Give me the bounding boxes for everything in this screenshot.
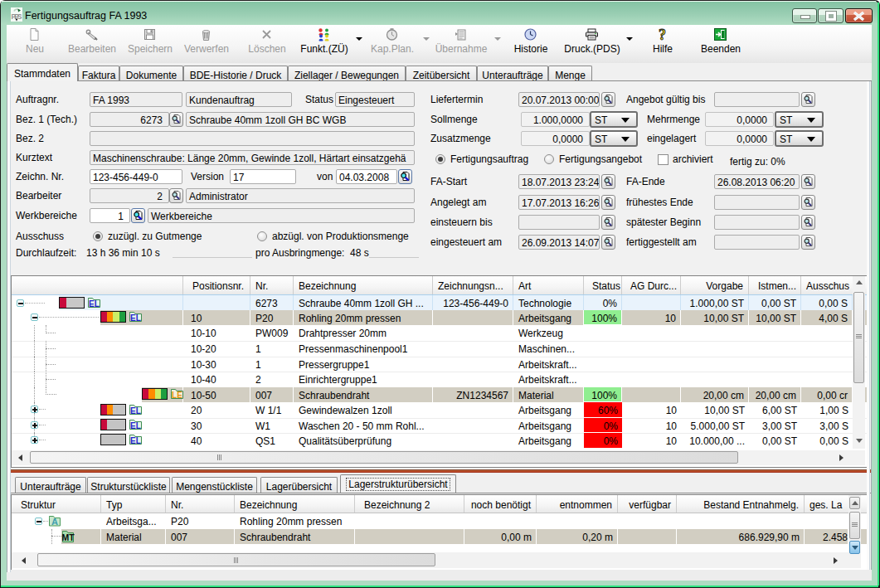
svg-text:EL: EL [130, 421, 141, 430]
svg-text:MT: MT [61, 532, 75, 542]
svg-text:LE: LE [172, 391, 182, 400]
svg-text:EL: EL [130, 406, 141, 415]
svg-text:EL: EL [130, 313, 141, 323]
svg-text:EL: EL [130, 436, 141, 445]
svg-text:A: A [51, 517, 58, 527]
svg-text:EL: EL [89, 299, 100, 309]
svg-text:?: ? [659, 27, 666, 41]
